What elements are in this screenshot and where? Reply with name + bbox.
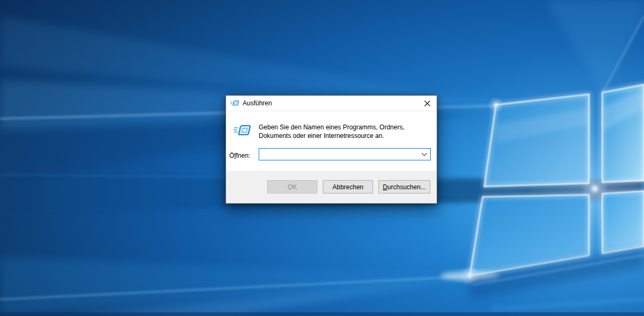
cancel-button[interactable]: Abbrechen xyxy=(323,180,373,194)
title-bar: Ausführen xyxy=(226,96,437,111)
ok-button[interactable]: OK xyxy=(267,180,317,194)
close-icon xyxy=(424,101,430,106)
run-icon xyxy=(230,99,239,107)
message-line-2: Dokuments oder einer Internetressource a… xyxy=(259,132,405,140)
open-input[interactable] xyxy=(259,149,418,160)
open-combobox[interactable] xyxy=(259,148,431,160)
window-title: Ausführen xyxy=(243,100,272,107)
chevron-down-icon xyxy=(422,153,427,156)
message-line-1: Geben Sie den Namen eines Programms, Ord… xyxy=(259,123,405,132)
run-dialog-icon xyxy=(234,122,251,139)
dialog-message: Geben Sie den Namen eines Programms, Ord… xyxy=(259,123,405,140)
desktop: Ausführen Gebe xyxy=(0,0,644,316)
combobox-dropdown-button[interactable] xyxy=(418,149,430,160)
run-dialog: Ausführen Gebe xyxy=(226,95,437,204)
open-label: Öffnen: xyxy=(229,152,250,159)
close-button[interactable] xyxy=(417,96,437,111)
dialog-body: Geben Sie den Namen eines Programms, Ord… xyxy=(226,111,437,171)
dialog-footer: OK Abbrechen Durchsuchen... xyxy=(226,171,437,203)
browse-button[interactable]: Durchsuchen... xyxy=(378,180,430,194)
